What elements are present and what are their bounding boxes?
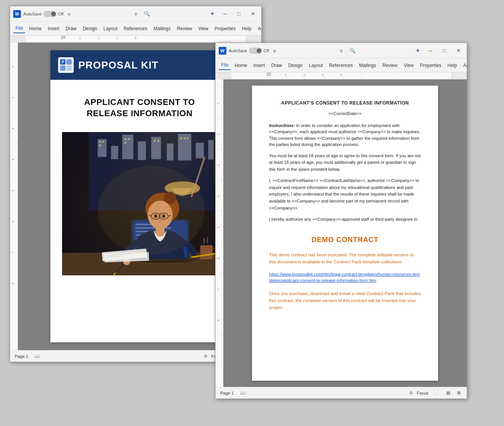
toggle-knob-1 — [51, 12, 56, 16]
svg-text:6: 6 — [12, 221, 14, 222]
svg-text:2: 2 — [79, 37, 81, 40]
maximize-btn-2[interactable]: □ — [439, 45, 450, 56]
read-view-btn-2[interactable]: 📄 — [432, 390, 441, 396]
svg-rect-64 — [122, 135, 133, 159]
menu-draw-2[interactable]: Draw — [269, 61, 284, 70]
page-2: APPLICANT'S CONSENT TO RELEASE INFORMATI… — [252, 86, 438, 381]
menu-layout-2[interactable]: Layout — [307, 61, 325, 70]
svg-rect-81 — [187, 137, 189, 139]
svg-rect-140 — [216, 79, 223, 387]
designer-icon-2[interactable]: ✦ — [413, 46, 422, 55]
status-right-2: ⊙ Focus 📄 ▤ ⊞ — [409, 390, 462, 396]
focus-icon-1[interactable]: ⊙ — [204, 354, 207, 359]
cover-image-1 — [62, 132, 240, 275]
menu-view-2[interactable]: View — [402, 61, 416, 70]
page-indicator-2: Page 1 — [220, 391, 234, 395]
svg-text:5: 5 — [12, 190, 14, 191]
menu-review-1[interactable]: Review — [174, 24, 194, 33]
menu-home-1[interactable]: Home — [27, 24, 44, 33]
autosave-toggle-2[interactable] — [249, 48, 262, 54]
menu-mailings-2[interactable]: Mailings — [357, 61, 378, 70]
svg-text:5: 5 — [217, 227, 220, 228]
menu-file-1[interactable]: File — [13, 24, 25, 33]
designer-icon-1[interactable]: ✦ — [208, 10, 216, 18]
menu-review-2[interactable]: Review — [380, 61, 400, 70]
svg-rect-71 — [99, 141, 101, 143]
demo-section: DEMO CONTRACT This demo contract has bee… — [269, 235, 421, 311]
ribbon-2: File Home Insert Draw Design Layout Refe… — [216, 58, 467, 72]
focus-label-2: Focus — [417, 391, 428, 395]
autosave-toggle-1[interactable] — [43, 11, 57, 17]
menu-properties-2[interactable]: Properties — [418, 61, 444, 70]
cover-title-1: APPLICANT CONSENT TO RELEASE INFORMATION — [62, 97, 217, 119]
title-chevron-1: ∨ — [134, 11, 138, 17]
doc2-para3: I hereby authorize any <<Company>>-appro… — [269, 216, 421, 223]
doc-content-2: APPLICANT'S CONSENT TO RELEASE INFORMATI… — [269, 100, 421, 311]
menu-acrobat-1[interactable]: Acrobat — [255, 24, 262, 33]
title-search-1[interactable]: 🔍 — [144, 11, 150, 17]
focus-icon-2[interactable]: ⊙ — [409, 390, 413, 395]
svg-text:5: 5 — [340, 74, 342, 76]
proposal-kit-logo-icon: P — [58, 57, 74, 73]
maximize-btn-1[interactable]: □ — [233, 9, 244, 19]
svg-text:P: P — [62, 60, 64, 64]
menu-draw-1[interactable]: Draw — [63, 24, 79, 33]
svg-rect-72 — [102, 141, 104, 143]
menu-acrobat-2[interactable]: Acrobat — [461, 61, 467, 70]
title-bar-2: W AutoSave Off » ∨ 🔍 ✦ ─ □ ✕ — [216, 43, 467, 58]
svg-rect-2 — [246, 36, 261, 43]
svg-text:5: 5 — [135, 37, 136, 40]
menu-layout-1[interactable]: Layout — [101, 24, 120, 33]
menu-view-1[interactable]: View — [196, 24, 211, 33]
demo-text: This demo contract has been truncated. T… — [269, 251, 421, 266]
svg-rect-55 — [66, 59, 72, 65]
svg-rect-79 — [180, 137, 182, 139]
minimize-btn-1[interactable]: ─ — [219, 9, 230, 19]
menu-design-2[interactable]: Design — [286, 61, 305, 70]
svg-rect-75 — [128, 138, 130, 140]
demo-purchase: Once you purchase, download and install … — [269, 290, 421, 311]
menu-home-2[interactable]: Home — [232, 61, 249, 70]
close-btn-2[interactable]: ✕ — [453, 45, 464, 56]
doc2-para2: I, <<ContractFirstName>> <<ContractLastN… — [269, 177, 421, 211]
more-options-2[interactable]: » — [271, 47, 278, 55]
web-view-btn-2[interactable]: ⊞ — [456, 390, 462, 396]
svg-text:8: 8 — [12, 283, 14, 284]
svg-text:4: 4 — [217, 196, 220, 197]
svg-rect-114 — [200, 245, 213, 259]
minimize-btn-2[interactable]: ─ — [425, 45, 436, 56]
toggle-knob-2 — [257, 48, 261, 53]
autosave-area-1: AutoSave Off — [23, 11, 64, 17]
menu-design-1[interactable]: Design — [80, 24, 99, 33]
book-icon-2[interactable]: 📖 — [240, 390, 245, 395]
svg-rect-1 — [10, 36, 26, 43]
menu-insert-2[interactable]: Insert — [251, 61, 267, 70]
svg-rect-67 — [167, 144, 173, 161]
menu-references-2[interactable]: References — [327, 61, 355, 70]
svg-rect-80 — [184, 137, 186, 139]
toggle-label-2: Off — [264, 48, 269, 53]
menu-help-2[interactable]: Help — [445, 61, 459, 70]
layout-view-btn-2[interactable]: ▤ — [445, 390, 452, 396]
svg-rect-70 — [208, 140, 214, 160]
svg-rect-63 — [111, 146, 118, 160]
menu-insert-1[interactable]: Insert — [45, 24, 62, 33]
status-bar-2: Page 1 📖 ⊙ Focus 📄 ▤ ⊞ — [216, 387, 467, 399]
demo-link[interactable]: https://www.proposalkit.com/htm/legal-co… — [269, 271, 421, 284]
svg-text:1: 1 — [12, 66, 14, 67]
menu-help-1[interactable]: Help — [240, 24, 254, 33]
doc-scroll-2[interactable]: APPLICANT'S CONSENT TO RELEASE INFORMATI… — [223, 79, 467, 387]
title-search-2[interactable]: 🔍 — [349, 48, 356, 53]
book-icon-1[interactable]: 📖 — [35, 354, 40, 359]
more-options-1[interactable]: » — [66, 10, 72, 18]
menu-properties-1[interactable]: Properties — [212, 24, 238, 33]
menu-mailings-1[interactable]: Mailings — [151, 24, 173, 33]
svg-rect-118 — [216, 72, 231, 79]
close-btn-1[interactable]: ✕ — [247, 9, 258, 19]
menu-references-1[interactable]: References — [121, 24, 150, 33]
ruler-horizontal-2: 1 2 3 4 5 — [216, 72, 467, 79]
svg-rect-22 — [62, 36, 66, 39]
menu-file-2[interactable]: File — [219, 61, 231, 70]
svg-text:3: 3 — [303, 74, 305, 76]
svg-text:4: 4 — [322, 74, 323, 76]
